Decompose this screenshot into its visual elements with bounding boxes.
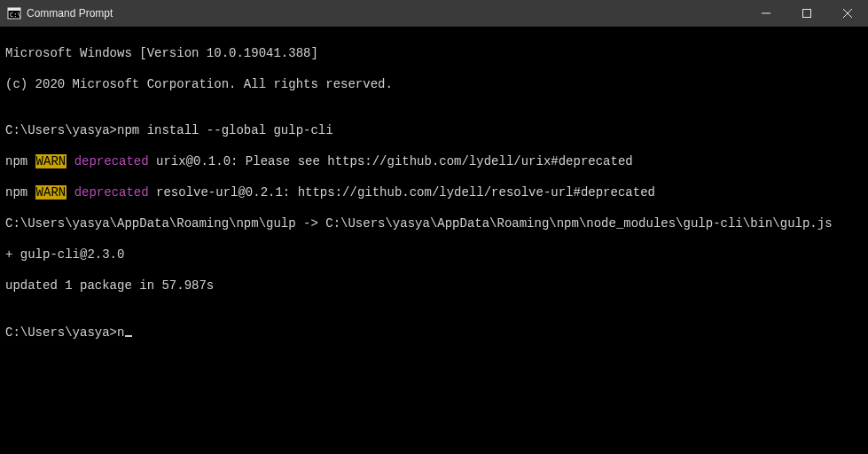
- npm-prefix: npm: [5, 154, 35, 168]
- maximize-button[interactable]: [786, 0, 827, 27]
- prompt-line: C:\Users\yasya>n: [5, 325, 863, 341]
- close-button[interactable]: [827, 0, 868, 27]
- terminal-output[interactable]: Microsoft Windows [Version 10.0.19041.38…: [0, 27, 868, 454]
- package-line: + gulp-cli@2.3.0: [5, 247, 863, 263]
- app-icon: C:\: [7, 6, 21, 20]
- prompt-line: C:\Users\yasya>npm install --global gulp…: [5, 123, 863, 139]
- banner-line: (c) 2020 Microsoft Corporation. All righ…: [5, 77, 863, 93]
- prompt-path: C:\Users\yasya>: [5, 123, 117, 137]
- npm-prefix: npm: [5, 185, 35, 200]
- warn-message: urix@0.1.0: Please see https://github.co…: [149, 154, 633, 168]
- banner-line: Microsoft Windows [Version 10.0.19041.38…: [5, 46, 863, 62]
- command-text: npm install --global gulp-cli: [117, 123, 333, 137]
- deprecated-label: deprecated: [74, 154, 149, 168]
- svg-text:C:\: C:\: [10, 12, 21, 19]
- warn-badge: WARN: [35, 154, 67, 168]
- prompt-path: C:\Users\yasya>: [5, 325, 117, 340]
- typed-input[interactable]: n: [117, 325, 124, 340]
- updated-line: updated 1 package in 57.987s: [5, 278, 863, 294]
- npm-warn-line: npm WARN deprecated resolve-url@0.2.1: h…: [5, 185, 863, 201]
- window-title: Command Prompt: [27, 7, 113, 20]
- symlink-line: C:\Users\yasya\AppData\Roaming\npm\gulp …: [5, 216, 863, 232]
- window-titlebar: C:\ Command Prompt: [0, 0, 868, 27]
- deprecated-label: deprecated: [74, 185, 149, 200]
- cursor: [125, 335, 132, 337]
- warn-message: resolve-url@0.2.1: https://github.com/ly…: [149, 185, 655, 200]
- minimize-button[interactable]: [746, 0, 786, 27]
- svg-rect-4: [803, 10, 811, 18]
- svg-rect-1: [8, 8, 20, 11]
- npm-warn-line: npm WARN deprecated urix@0.1.0: Please s…: [5, 154, 863, 170]
- warn-badge: WARN: [35, 185, 67, 200]
